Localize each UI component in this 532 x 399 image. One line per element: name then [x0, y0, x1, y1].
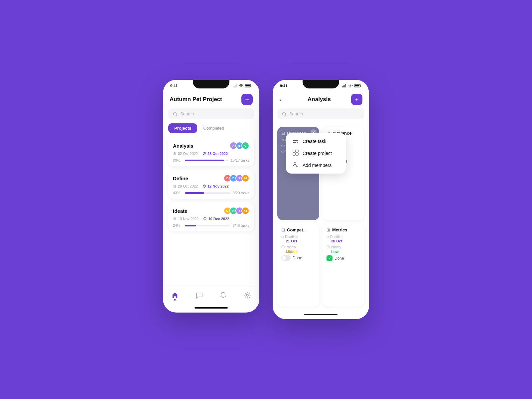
phone2-search-bar[interactable]: Search	[277, 108, 364, 119]
info-icon: ⓘ	[281, 245, 285, 249]
metrics-done-checkbox[interactable]: ✓	[327, 255, 332, 261]
project-card-define[interactable]: Define D E F +4 🗓 29 Oct 2022	[168, 170, 254, 199]
phone2-search-placeholder: Search	[289, 111, 303, 116]
phones-group: 9:41	[163, 80, 369, 319]
metrics-title-row: ⊞ Metrics	[327, 227, 360, 232]
svg-rect-22	[293, 142, 296, 143]
context-menu-add-members[interactable]: Add members	[293, 162, 339, 169]
avatar-extra: +4	[241, 174, 249, 182]
analysis-card-metrics[interactable]: ⊞ Metrics ⊙ Deadline 28 Oct	[323, 223, 364, 307]
bell-icon	[219, 292, 227, 299]
analysis-card-compet[interactable]: ⊞ Compet... ⊙ Deadline 21 Oct	[277, 223, 319, 307]
nav-chat[interactable]	[193, 289, 205, 301]
phone1-search-bar[interactable]: Search	[168, 108, 254, 119]
metrics-priority-value: Low	[327, 250, 360, 254]
search-icon	[173, 112, 178, 116]
phone1-add-button[interactable]: +	[241, 94, 253, 105]
add-members-label: Add members	[303, 163, 332, 168]
signal-icon	[233, 84, 237, 87]
clock-icon: ⏱	[202, 184, 206, 188]
phone1-status-bar: 9:41	[163, 80, 259, 89]
project-card-ideate[interactable]: Ideate G H I +4 🗓 13 Nov 2022	[168, 202, 254, 231]
analysis-dates: 🗓 02 Oct 2022 ⏱ 28 Oct 2022	[173, 152, 249, 156]
svg-point-4	[241, 86, 241, 87]
battery-icon	[354, 84, 362, 87]
define-progress-bar-fill	[185, 192, 204, 194]
phone2-home-bar	[273, 310, 369, 319]
calendar-icon: 🗓	[173, 217, 177, 221]
svg-point-23	[297, 142, 298, 143]
calendar-icon: 🗓	[173, 152, 177, 156]
grid-icon: ⊞	[281, 131, 285, 136]
phone2-header: ‹ Analysis +	[273, 89, 369, 108]
analysis-end-date: ⏱ 28 Oct 2022	[202, 152, 228, 156]
phone2-status-icons	[342, 84, 362, 87]
define-end-date: ⏱ 12 Nov 2022	[202, 184, 229, 188]
search-icon	[282, 112, 287, 116]
tab-completed[interactable]: Completed	[197, 123, 230, 133]
chat-icon	[196, 292, 203, 299]
nav-settings[interactable]	[241, 289, 253, 301]
scene: 🐱 Free 1-5 members in team 9:41	[163, 80, 369, 319]
phone1-content: Autumn Pet Project + Search Projects Com…	[163, 89, 259, 303]
ideate-start-date: 🗓 13 Nov 2022	[173, 217, 199, 221]
project-card-top: Ideate G H I +4	[173, 207, 249, 215]
nav-home[interactable]	[169, 289, 181, 301]
phone2-add-button[interactable]: +	[351, 94, 362, 105]
phone1-search-placeholder: Search	[180, 111, 194, 116]
nav-notifications[interactable]	[217, 289, 229, 301]
ideate-progress-bar-fill	[185, 225, 196, 226]
svg-rect-25	[296, 150, 298, 152]
nav-active-dot	[174, 299, 176, 301]
clock-icon: ⏱	[202, 152, 206, 156]
ideate-end-date: ⏱ 10 Dec 2022	[203, 217, 229, 221]
grid-icon	[293, 150, 299, 156]
calendar-icon: 🗓	[173, 184, 177, 188]
context-menu-create-project[interactable]: Create project	[293, 150, 339, 157]
define-progress-bar-bg	[185, 192, 230, 194]
svg-point-10	[246, 294, 248, 296]
svg-rect-6	[245, 85, 250, 86]
ideate-dates: 🗓 13 Nov 2022 ⏱ 10 Dec 2022	[173, 217, 249, 221]
grid-icon: ⊞	[327, 227, 330, 232]
phone-2: 9:41	[273, 80, 369, 319]
phone2-status-bar: 9:41	[273, 80, 369, 89]
gear-icon	[244, 292, 251, 299]
wifi-icon	[348, 84, 353, 87]
info-icon: ⓘ	[327, 245, 330, 249]
project-card-top: Analysis A B C	[173, 142, 249, 150]
clock-icon: ⊙	[327, 235, 329, 239]
project-icon	[293, 150, 299, 157]
back-button[interactable]: ‹	[279, 96, 287, 103]
svg-rect-1	[234, 85, 234, 87]
done-toggle-dot	[282, 256, 286, 260]
compet-deadline-value: 21 Oct	[281, 239, 315, 243]
person-add-icon	[293, 162, 299, 168]
analysis-progress-bar-fill	[185, 160, 224, 161]
phone1-header: Autumn Pet Project +	[163, 89, 259, 108]
info-icon: ⓘ	[281, 143, 285, 148]
tab-projects[interactable]: Projects	[168, 123, 197, 133]
bottom-nav	[163, 286, 259, 303]
define-dates: 🗓 29 Oct 2022 ⏱ 12 Nov 2022	[173, 184, 249, 188]
create-project-label: Create project	[303, 151, 332, 156]
compet-done-row: Done	[281, 255, 315, 261]
context-menu-create-task[interactable]: Create task	[293, 138, 339, 145]
compet-deadline-label: ⊙ Deadline	[281, 235, 315, 239]
checklist-icon	[293, 138, 299, 144]
compet-title-row: ⊞ Compet...	[281, 227, 315, 232]
compet-deadline-field: ⊙ Deadline 21 Oct	[281, 235, 315, 243]
svg-rect-2	[235, 85, 235, 87]
check-icon	[281, 150, 286, 153]
analysis-avatars: A B C	[229, 142, 249, 150]
compet-done-toggle[interactable]	[281, 255, 291, 261]
svg-rect-24	[293, 150, 295, 152]
phone2-notch	[303, 80, 339, 88]
phone2-title: Analysis	[308, 96, 331, 103]
home-bar	[195, 307, 228, 309]
phone1-title: Autumn Pet Project	[170, 96, 222, 103]
project-card-analysis[interactable]: Analysis A B C 🗓 02 Oct 2022	[168, 137, 254, 166]
signal-icon	[342, 84, 347, 87]
home-icon	[171, 292, 179, 299]
phone2-time: 9:41	[280, 84, 287, 88]
